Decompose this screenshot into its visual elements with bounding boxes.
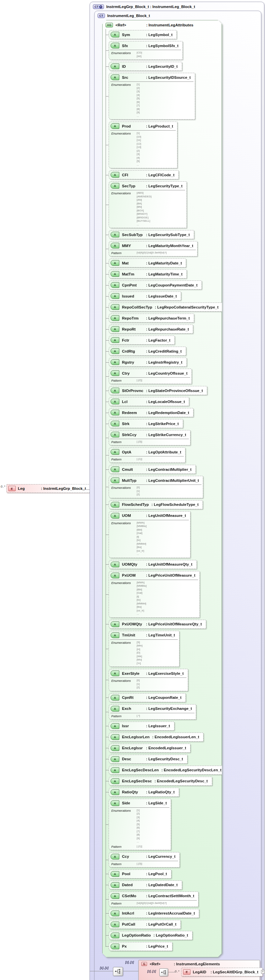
enum-value: [1] bbox=[137, 132, 173, 135]
attribute-box-fctr[interactable]: A Fctr : LegFactor_t bbox=[109, 336, 175, 345]
attribute-box-enclegissrlen[interactable]: A EncLegIssrLen : EncodedLegIssuerLen_t bbox=[109, 733, 204, 741]
attribute-box-uom[interactable]: A UOM : LegUnitOfMeasure_t Enumerations[… bbox=[109, 511, 190, 558]
attribute-box-mmy[interactable]: A MMY : LegMaturityMonthYear_t Pattern[\… bbox=[109, 241, 198, 256]
attribute-box-cpnpmt[interactable]: A CpnPmt : LegCouponPaymentDate_t bbox=[109, 280, 202, 290]
attribute-box-mattm[interactable]: A MatTm : LegMaturityTime_t bbox=[109, 269, 187, 278]
attribute-box-px[interactable]: A Px : LegPrice_t bbox=[109, 942, 172, 951]
attribute-box-repocollsectyp[interactable]: A RepoCollSecTyp : LegRepoCollateralSecu… bbox=[109, 302, 223, 312]
attribute-row: A Issued : LegIssueDate_t bbox=[109, 291, 181, 301]
enum-value: [ABS] bbox=[137, 191, 182, 195]
attribute-box-ccy[interactable]: A Ccy : LegCurrency_t Pattern[.{3}] bbox=[109, 852, 180, 867]
attribute-box-cpnrt[interactable]: A CpnRt : LegCouponRate_t bbox=[109, 693, 186, 702]
attribute-box-strkccy[interactable]: A StrkCcy : LegStrikeCurrency_t Pattern[… bbox=[109, 430, 190, 445]
attribute-group-box[interactable]: AG <Ref> : InstrumentLegAttributes A Sym… bbox=[102, 20, 222, 957]
attribute-header: A CFI : LegCFICode_t bbox=[109, 170, 179, 179]
attribute-box-prod[interactable]: A Prod : LegProduct_t Enumerations[1][10… bbox=[109, 121, 177, 168]
attribute-box-cmult[interactable]: A Cmult : LegContractMultiplier_t bbox=[109, 465, 196, 474]
attribute-name: RepoRt bbox=[122, 327, 144, 331]
attribute-name: Sfx bbox=[122, 44, 144, 48]
attribute-box-exch[interactable]: A Exch : LegSecurityExchange_t Pattern[.… bbox=[109, 704, 196, 719]
enum-value: [Bbl] bbox=[137, 528, 186, 532]
attribute-box-dated[interactable]: A Dated : LegDatedDate_t bbox=[109, 880, 182, 889]
attribute-box-sfx[interactable]: A Sfx : LegSymbolSfx_t Enumerations[CD][… bbox=[109, 41, 183, 60]
attribute-box-enclegsecdesclen[interactable]: A EncLegSecDescLen : EncodedLegSecurityD… bbox=[109, 766, 226, 775]
attribute-box-issued[interactable]: A Issued : LegIssueDate_t bbox=[109, 291, 181, 301]
attribute-box-enclegissr[interactable]: A EncLegIssr : EncodedLegIssuer_t bbox=[109, 744, 190, 752]
attribute-box-multtyp[interactable]: A MultTyp : LegContractMultiplierUnit_t … bbox=[109, 476, 203, 498]
attributes-list: A Sym : LegSymbol_t A Sfx : LegSymbolSfx… bbox=[102, 29, 222, 954]
attribute-box-secsubtyp[interactable]: A SecSubTyp : LegSecuritySubType_t bbox=[109, 230, 194, 239]
enum-value: [9] bbox=[137, 111, 191, 115]
attribute-box-desc[interactable]: A Desc : LegSecurityDesc_t bbox=[109, 755, 187, 764]
attribute-row: A Sfx : LegSymbolSfx_t Enumerations[CD][… bbox=[109, 41, 183, 60]
enum-value: [12] bbox=[137, 142, 173, 146]
attribute-box-crdrtg[interactable]: A CrdRtg : LegCreditRating_t bbox=[109, 347, 186, 356]
attribute-type: : LegCountryOfIssue_t bbox=[146, 371, 187, 375]
attribute-name: Dated bbox=[122, 883, 144, 887]
group-box[interactable]: G <Ref> : InstrumentLegElements [1]..[1] bbox=[138, 960, 260, 980]
enumeration-values: [0][1][2] bbox=[137, 679, 184, 689]
attribute-box-pool[interactable]: A Pool : LegPool_t bbox=[109, 869, 171, 878]
attribute-box-pxuomqty[interactable]: A PxUOMQty : LegPriceUnitOfMeasureQty_t bbox=[109, 620, 206, 629]
attribute-icon: A bbox=[111, 293, 119, 299]
attribute-header: A MatTm : LegMaturityTime_t bbox=[109, 270, 187, 278]
outer-complextype-box[interactable]: CT+ InstrmtLegGrp_Block_t : InstrumentLe… bbox=[89, 2, 264, 980]
sequence-icon[interactable] bbox=[160, 968, 168, 976]
attribute-name: Issr bbox=[122, 724, 144, 728]
attribute-box-mat[interactable]: A Mat : LegMaturityDate_t bbox=[109, 258, 186, 267]
leg-element-box[interactable]: E Leg : InstrmtLegGrp_Block_t – bbox=[6, 484, 92, 493]
attribute-box-opta[interactable]: A OptA : LegOptAttribute_t Pattern[.{1}] bbox=[109, 447, 185, 463]
attribute-box-uomqty[interactable]: A UOMQty : LegUnitOfMeasureQty_t bbox=[109, 560, 197, 569]
attribute-name: FlowSchedTyp bbox=[122, 503, 149, 506]
attribute-box-intacrl[interactable]: A IntAcrl : LegInterestAccrualDate_t bbox=[109, 909, 199, 918]
enum-value: [BN] bbox=[137, 205, 182, 209]
attribute-name: SecSubTyp bbox=[122, 233, 144, 237]
sequence-icon[interactable] bbox=[113, 967, 123, 976]
enum-value: [2] bbox=[137, 86, 191, 90]
attribute-box-report[interactable]: A RepoRt : LegRepurchaseRate_t bbox=[109, 325, 193, 334]
attribute-box-lcl[interactable]: A Lcl : LegLocaleOfIssue_t bbox=[109, 397, 189, 406]
attribute-row: A RepoTrm : LegRepurchaseTerm_t bbox=[109, 313, 194, 323]
enum-value: [oz_tr] bbox=[137, 549, 186, 553]
attribute-name: Fctr bbox=[122, 338, 144, 342]
attribute-row: A UOM : LegUnitOfMeasure_t Enumerations[… bbox=[109, 511, 190, 558]
attribute-box-tmunit[interactable]: A TmUnit : LegTimeUnit_t Enumerations[S]… bbox=[109, 631, 179, 667]
attribute-facets: Enumerations[MWh][MMBtu][Bbl][Gal][t][tn… bbox=[110, 580, 198, 617]
enum-value: [8] bbox=[137, 108, 191, 111]
attribute-box-putcall[interactable]: A PutCall : LegPutOrCall_t bbox=[109, 920, 181, 929]
attribute-box-redeem[interactable]: A Redeem : LegRedemptionDate_t bbox=[109, 408, 193, 417]
attribute-box-strk[interactable]: A Strk : LegStrikePrice_t bbox=[109, 419, 183, 428]
attribute-type: : LegRepoCollateralSecurityType_t bbox=[155, 305, 219, 309]
attribute-row: A EncLegSecDesc : EncodedLegSecurityDesc… bbox=[109, 776, 212, 786]
legaid-element-name: LegAID bbox=[193, 970, 208, 974]
connector-line bbox=[168, 972, 175, 972]
attribute-box-issr[interactable]: A Issr : LegIssuer_t bbox=[109, 722, 174, 730]
attribute-box-cfi[interactable]: A CFI : LegCFICode_t bbox=[109, 170, 179, 179]
attribute-facets: Pattern[.*] bbox=[110, 713, 195, 719]
expand-button[interactable]: + bbox=[261, 970, 265, 974]
attribute-box-ctry[interactable]: A Ctry : LegCountryOfIssue_t Pattern[.{2… bbox=[109, 369, 192, 384]
attribute-type: : LegStrikePrice_t bbox=[146, 422, 179, 426]
attribute-box-csetmo[interactable]: A CSetMo : LegContractSettlMonth_t Patte… bbox=[109, 891, 198, 907]
attribute-box-pxuom[interactable]: A PxUOM : LegPriceUnitOfMeasure_t Enumer… bbox=[109, 571, 200, 618]
attribute-box-storprovnc[interactable]: A StOrProvnc : LegStateOrProvinceOfIssue… bbox=[109, 386, 207, 395]
attribute-box-repotrm[interactable]: A RepoTrm : LegRepurchaseTerm_t bbox=[109, 313, 194, 323]
inner-complextype-box[interactable]: CT InstrumentLeg_Block_t AG <Ref> : Inst… bbox=[94, 11, 261, 980]
attribute-box-flowschedtyp[interactable]: A FlowSchedTyp : LegFlowScheduleType_t bbox=[109, 500, 203, 509]
attribute-box-ratioqty[interactable]: A RatioQty : LegRatioQty_t bbox=[109, 788, 179, 797]
attribute-box-sectyp[interactable]: A SecTyp : LegSecurityType_t Enumeration… bbox=[109, 181, 187, 228]
attribute-box-id[interactable]: A ID : LegSecurityID_t bbox=[109, 62, 182, 71]
attribute-box-sym[interactable]: A Sym : LegSymbol_t bbox=[109, 30, 177, 39]
pattern-value: [.{3}] bbox=[137, 862, 176, 866]
legaid-element-box[interactable]: E LegAID : LegSecAltIDGrp_Block_t + bbox=[181, 968, 263, 976]
attribute-box-legoptionratio[interactable]: A LegOptionRatio : LegOptionRatio_t bbox=[109, 931, 193, 940]
attribute-header: A Prod : LegProduct_t bbox=[109, 122, 177, 130]
attribute-type: : EncodedLegIssuerLen_t bbox=[152, 735, 199, 739]
attribute-box-enclegsecdesc[interactable]: A EncLegSecDesc : EncodedLegSecurityDesc… bbox=[109, 776, 212, 786]
pattern-label: Pattern bbox=[111, 457, 133, 461]
attribute-box-exerstyle[interactable]: A ExerStyle : LegExerciseStyle_t Enumera… bbox=[109, 669, 188, 691]
attribute-box-src[interactable]: A Src : LegSecurityIDSource_t Enumeratio… bbox=[109, 73, 195, 119]
attribute-box-rgstry[interactable]: A Rgstry : LegInstrRegistry_t bbox=[109, 358, 187, 367]
enum-value: [Gal] bbox=[137, 531, 186, 535]
attribute-box-side[interactable]: A Side : LegSide_t Enumerations[1][2][3]… bbox=[109, 799, 171, 850]
